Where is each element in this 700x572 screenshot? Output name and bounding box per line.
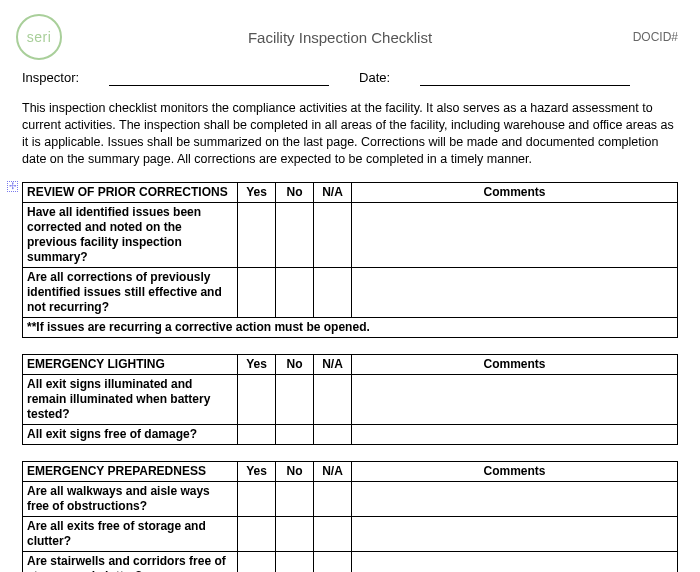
- cell-na[interactable]: [314, 202, 352, 267]
- cell-na[interactable]: [314, 267, 352, 317]
- col-yes: Yes: [238, 461, 276, 481]
- cell-yes[interactable]: [238, 424, 276, 444]
- checklist-table: EMERGENCY PREPAREDNESSYesNoN/ACommentsAr…: [22, 461, 678, 573]
- note-row: **If issues are recurring a corrective a…: [23, 317, 678, 337]
- question-cell: Are all walkways and aisle ways free of …: [23, 481, 238, 516]
- question-cell: Are all exits free of storage and clutte…: [23, 516, 238, 551]
- section-wrap: EMERGENCY PREPAREDNESSYesNoN/ACommentsAr…: [22, 461, 678, 573]
- cell-na[interactable]: [314, 516, 352, 551]
- question-cell: Are stairwells and corridors free of sto…: [23, 551, 238, 572]
- col-no: No: [276, 182, 314, 202]
- section-heading: EMERGENCY PREPAREDNESS: [23, 461, 238, 481]
- table-row: Are all exits free of storage and clutte…: [23, 516, 678, 551]
- cell-yes[interactable]: [238, 202, 276, 267]
- inspector-label: Inspector:: [22, 70, 79, 86]
- description-text: This inspection checklist monitors the c…: [22, 100, 678, 168]
- col-no: No: [276, 354, 314, 374]
- col-yes: Yes: [238, 182, 276, 202]
- cell-yes[interactable]: [238, 267, 276, 317]
- checklist-table: REVIEW OF PRIOR CORRECTIONSYesNoN/AComme…: [22, 182, 678, 338]
- table-row: Are all walkways and aisle ways free of …: [23, 481, 678, 516]
- section-heading: REVIEW OF PRIOR CORRECTIONS: [23, 182, 238, 202]
- cell-no[interactable]: [276, 551, 314, 572]
- cell-comments[interactable]: [352, 374, 678, 424]
- cell-yes[interactable]: [238, 516, 276, 551]
- date-input[interactable]: [420, 70, 630, 86]
- col-comments: Comments: [352, 182, 678, 202]
- table-row: Are stairwells and corridors free of sto…: [23, 551, 678, 572]
- cell-comments[interactable]: [352, 424, 678, 444]
- cell-yes[interactable]: [238, 551, 276, 572]
- cell-yes[interactable]: [238, 481, 276, 516]
- cell-comments[interactable]: [352, 202, 678, 267]
- col-yes: Yes: [238, 354, 276, 374]
- question-cell: Are all corrections of previously identi…: [23, 267, 238, 317]
- section-wrap: ✢REVIEW OF PRIOR CORRECTIONSYesNoN/AComm…: [22, 182, 678, 338]
- cell-comments[interactable]: [352, 481, 678, 516]
- col-no: No: [276, 461, 314, 481]
- page-title: Facility Inspection Checklist: [62, 29, 618, 46]
- cell-na[interactable]: [314, 374, 352, 424]
- cell-comments[interactable]: [352, 551, 678, 572]
- cell-no[interactable]: [276, 267, 314, 317]
- cell-comments[interactable]: [352, 516, 678, 551]
- date-label: Date:: [359, 70, 390, 86]
- cell-no[interactable]: [276, 424, 314, 444]
- inspector-input[interactable]: [109, 70, 329, 86]
- table-anchor-icon: ✢: [7, 181, 18, 192]
- col-comments: Comments: [352, 354, 678, 374]
- cell-na[interactable]: [314, 424, 352, 444]
- meta-row: Inspector: Date:: [22, 70, 678, 86]
- col-na: N/A: [314, 182, 352, 202]
- table-row: Have all identified issues been correcte…: [23, 202, 678, 267]
- cell-na[interactable]: [314, 481, 352, 516]
- page-header: seri Facility Inspection Checklist DOCID…: [22, 14, 678, 60]
- cell-no[interactable]: [276, 481, 314, 516]
- checklist-table: EMERGENCY LIGHTINGYesNoN/ACommentsAll ex…: [22, 354, 678, 445]
- table-row: All exit signs illuminated and remain il…: [23, 374, 678, 424]
- note-cell: **If issues are recurring a corrective a…: [23, 317, 678, 337]
- logo: seri: [16, 14, 62, 60]
- col-na: N/A: [314, 461, 352, 481]
- table-row: Are all corrections of previously identi…: [23, 267, 678, 317]
- docid-label: DOCID#: [618, 30, 678, 44]
- table-row: All exit signs free of damage?: [23, 424, 678, 444]
- question-cell: Have all identified issues been correcte…: [23, 202, 238, 267]
- question-cell: All exit signs illuminated and remain il…: [23, 374, 238, 424]
- question-cell: All exit signs free of damage?: [23, 424, 238, 444]
- section-wrap: EMERGENCY LIGHTINGYesNoN/ACommentsAll ex…: [22, 354, 678, 445]
- cell-comments[interactable]: [352, 267, 678, 317]
- cell-no[interactable]: [276, 374, 314, 424]
- cell-no[interactable]: [276, 516, 314, 551]
- col-comments: Comments: [352, 461, 678, 481]
- section-heading: EMERGENCY LIGHTING: [23, 354, 238, 374]
- col-na: N/A: [314, 354, 352, 374]
- cell-yes[interactable]: [238, 374, 276, 424]
- cell-na[interactable]: [314, 551, 352, 572]
- cell-no[interactable]: [276, 202, 314, 267]
